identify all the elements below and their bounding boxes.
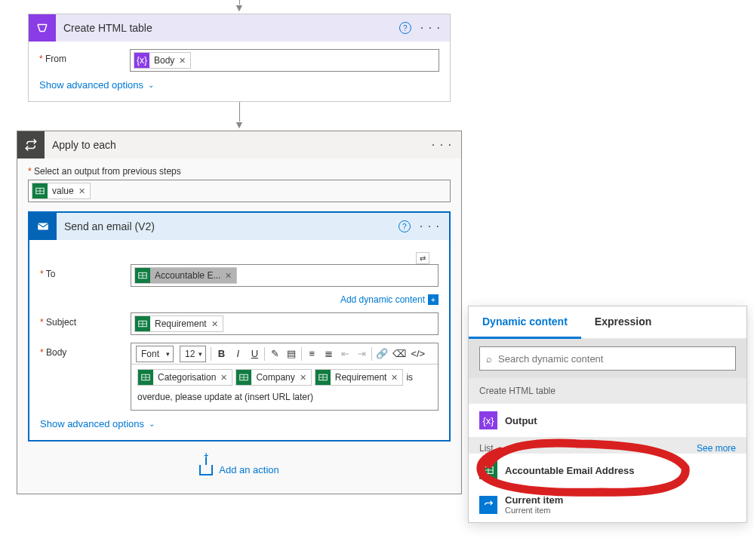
card-title: Send an email (V2) (57, 220, 399, 232)
search-input[interactable] (498, 353, 729, 365)
rte-toolbar: Font 12 B I U ✎ ▤ ≡ ≣ (131, 343, 438, 365)
section-create-html-table: Create HTML table (469, 378, 746, 404)
font-size-select[interactable]: 12 (180, 346, 206, 362)
company-token[interactable]: Company ✕ (235, 369, 311, 386)
body-token[interactable]: {x} Body ✕ (134, 52, 191, 69)
body-text: overdue, please update at (insert URL la… (137, 389, 432, 405)
more-menu-icon[interactable]: · · · (432, 138, 452, 152)
value-token[interactable]: value ✕ (32, 183, 91, 199)
swap-connection-icon[interactable]: ⇄ (416, 252, 429, 264)
accountable-email-token[interactable]: Accountable E... ✕ (134, 267, 237, 284)
loop-icon (17, 131, 45, 158)
see-more-link[interactable]: See more (697, 443, 736, 454)
from-label: * From (39, 49, 130, 64)
more-menu-icon[interactable]: · · · (420, 220, 440, 233)
section-list-rows: List See more (469, 437, 746, 454)
item-output[interactable]: {x} Output (469, 404, 746, 437)
link-button[interactable]: 🔗 (374, 344, 390, 364)
subject-field[interactable]: Requirement ✕ (131, 312, 439, 335)
remove-token-icon[interactable]: ✕ (220, 369, 227, 386)
font-family-select[interactable]: Font (136, 346, 174, 362)
loop-item-icon (479, 496, 497, 514)
italic-button[interactable]: I (229, 344, 246, 364)
show-advanced-options-link[interactable]: Show advanced options⌄ (40, 418, 155, 429)
excel-icon (236, 370, 251, 385)
clear-format-button[interactable]: ⌫ (390, 344, 408, 364)
create-html-table-card: Create HTML table ? · · · * From {x} Bod… (28, 14, 451, 102)
select-output-field[interactable]: value ✕ (28, 180, 451, 202)
card-header[interactable]: Apply to each · · · (17, 131, 461, 158)
card-header[interactable]: Create HTML table ? · · · (29, 14, 450, 42)
number-list-button[interactable]: ≣ (320, 344, 337, 364)
variable-icon: {x} (134, 53, 149, 68)
subject-label: * Subject (40, 312, 131, 328)
search-icon: ⌕ (486, 353, 492, 365)
indent-button[interactable]: ⇥ (353, 344, 370, 364)
chevron-down-icon: ⌄ (148, 81, 154, 89)
excel-icon (135, 316, 150, 331)
requirement-token[interactable]: Requirement ✕ (315, 369, 404, 386)
remove-token-icon[interactable]: ✕ (179, 56, 186, 66)
item-accountable-email-address[interactable]: Accountable Email Address (469, 454, 746, 487)
categorisation-token[interactable]: Categorisation ✕ (137, 369, 232, 386)
to-label: * To (40, 264, 131, 279)
plus-icon: + (428, 294, 439, 305)
svg-rect-3 (38, 223, 48, 230)
excel-icon (479, 461, 497, 479)
more-menu-icon[interactable]: · · · (420, 21, 441, 35)
search-box[interactable]: ⌕ (479, 346, 736, 371)
card-header[interactable]: Send an email (V2) ? · · · (29, 213, 449, 240)
send-email-card: Send an email (V2) ? · · · ⇄ * To (28, 211, 451, 442)
bullet-list-button[interactable]: ≡ (303, 344, 320, 364)
help-icon[interactable]: ? (399, 220, 411, 232)
select-output-label: * Select an output from previous steps (28, 166, 451, 177)
add-action-button[interactable]: Add an action (199, 464, 279, 475)
remove-token-icon[interactable]: ✕ (225, 271, 232, 281)
body-label: * Body (40, 343, 131, 358)
help-icon[interactable]: ? (399, 22, 411, 34)
outlook-icon (29, 213, 57, 240)
requirement-token[interactable]: Requirement ✕ (134, 315, 223, 332)
excel-icon (135, 268, 150, 283)
add-dynamic-content-link[interactable]: Add dynamic content + (340, 294, 439, 305)
to-field[interactable]: Accountable E... ✕ (131, 264, 439, 287)
body-text: is (406, 369, 413, 386)
add-action-icon (199, 465, 213, 475)
from-field[interactable]: {x} Body ✕ (130, 49, 439, 72)
data-operations-icon (29, 14, 56, 42)
excel-icon (315, 370, 331, 385)
chevron-down-icon: ⌄ (149, 420, 155, 428)
font-color-button[interactable]: ✎ (266, 344, 283, 364)
show-advanced-options-link[interactable]: Show advanced options⌄ (39, 79, 154, 91)
remove-token-icon[interactable]: ✕ (391, 369, 398, 386)
outdent-button[interactable]: ⇤ (337, 344, 353, 364)
bold-button[interactable]: B (213, 344, 229, 364)
item-current-item[interactable]: Current item Current item (469, 487, 746, 522)
tab-expression[interactable]: Expression (581, 306, 665, 338)
variable-icon: {x} (479, 411, 497, 429)
tab-dynamic-content[interactable]: Dynamic content (469, 306, 581, 339)
dynamic-content-panel: Dynamic content Expression ⌕ Create HTML… (468, 306, 747, 523)
excel-icon (32, 183, 48, 198)
card-title: Apply to each (45, 139, 432, 151)
apply-to-each-card: Apply to each · · · * Select an output f… (17, 131, 462, 494)
remove-token-icon[interactable]: ✕ (211, 319, 218, 329)
highlight-button[interactable]: ▤ (283, 344, 300, 364)
card-title: Create HTML table (56, 22, 399, 34)
body-editor[interactable]: Font 12 B I U ✎ ▤ ≡ ≣ (131, 343, 439, 411)
body-content[interactable]: Categorisation ✕ Company ✕ (131, 365, 438, 410)
remove-token-icon[interactable]: ✕ (78, 186, 85, 196)
remove-token-icon[interactable]: ✕ (300, 369, 306, 386)
underline-button[interactable]: U (246, 344, 263, 364)
code-view-button[interactable]: </> (408, 344, 427, 364)
excel-icon (138, 370, 153, 385)
